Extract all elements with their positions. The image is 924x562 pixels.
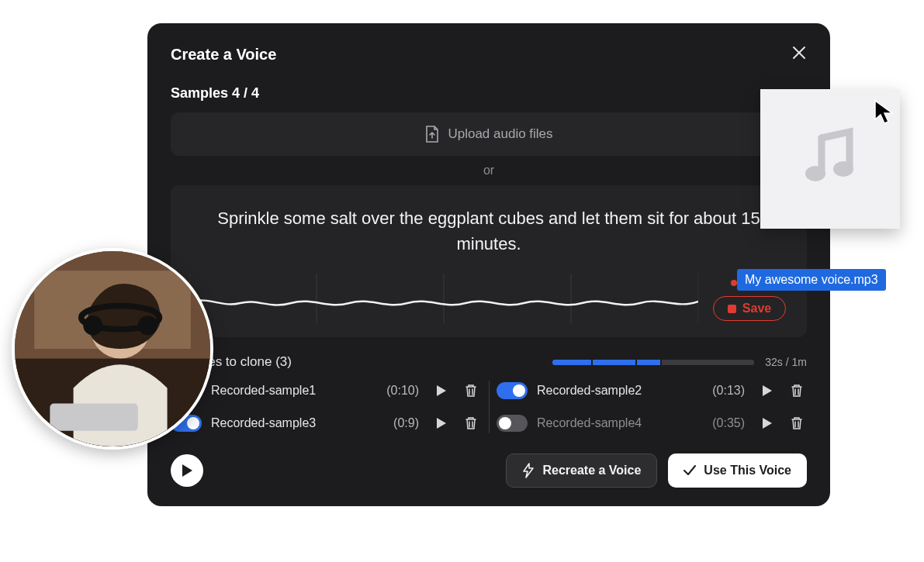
preview-play-button[interactable] <box>171 454 203 487</box>
sample-item: Recorded-sample3 (0:9) <box>171 410 481 436</box>
sample-toggle[interactable] <box>497 382 528 399</box>
or-divider: or <box>171 164 807 178</box>
music-note-icon <box>795 124 865 194</box>
svg-point-15 <box>805 166 825 181</box>
recreate-label: Recreate a Voice <box>542 464 641 478</box>
create-voice-modal: Create a Voice Samples 4 / 4 Upload audi… <box>147 23 830 506</box>
sample-item: Recorded-sample4 (0:35) <box>497 410 807 436</box>
sample-delete-button[interactable] <box>461 381 481 401</box>
trash-icon <box>791 416 803 430</box>
sample-delete-button[interactable] <box>787 413 807 433</box>
modal-header: Create a Voice <box>171 45 807 64</box>
sample-delete-button[interactable] <box>461 413 481 433</box>
sample-duration: (0:35) <box>712 416 745 430</box>
sample-play-button[interactable] <box>431 381 452 401</box>
sample-name: Recorded-sample3 <box>211 416 384 430</box>
use-label: Use This Voice <box>704 464 791 478</box>
modal-footer: Recreate a Voice Use This Voice <box>171 453 807 488</box>
save-label: Save <box>742 302 771 315</box>
trash-icon <box>465 416 477 430</box>
sample-item: Recorded-sample1 (0:10) <box>171 378 481 404</box>
sample-play-button[interactable] <box>757 413 777 433</box>
upload-dropzone[interactable]: Upload audio files <box>171 112 807 156</box>
sample-play-button[interactable] <box>431 413 452 433</box>
play-icon <box>762 384 773 397</box>
play-icon <box>436 384 447 397</box>
check-icon <box>683 465 696 476</box>
total-duration-progress: 32s / 1m <box>552 356 807 368</box>
waveform-row: 0:05 Save <box>189 274 788 323</box>
dragged-file-name: My awesome voice.mp3 <box>737 269 886 291</box>
sample-name: Recorded-sample2 <box>537 384 703 398</box>
sample-name: Recorded-sample1 <box>211 384 377 398</box>
sample-item: Recorded-sample2 (0:13) <box>497 378 807 404</box>
progress-bar <box>552 360 754 365</box>
close-icon <box>791 45 807 60</box>
save-recording-button[interactable]: Save <box>713 296 786 321</box>
recording-panel: Sprinkle some salt over the eggplant cub… <box>171 185 807 337</box>
samples-count-label: Samples 4 / 4 <box>171 85 807 102</box>
sample-grid: Recorded-sample1 (0:10) Recorded-sample2… <box>171 378 807 436</box>
sample-toggle[interactable] <box>497 415 528 432</box>
recreate-voice-button[interactable]: Recreate a Voice <box>506 453 657 488</box>
svg-point-16 <box>833 161 853 177</box>
prompt-sentence: Sprinkle some salt over the eggplant cub… <box>189 205 788 257</box>
trash-icon <box>465 384 477 398</box>
sample-name: Recorded-sample4 <box>537 416 703 430</box>
sample-delete-button[interactable] <box>787 381 807 401</box>
waveform <box>189 274 698 323</box>
use-voice-button[interactable]: Use This Voice <box>668 453 807 488</box>
sample-duration: (0:10) <box>386 384 419 398</box>
play-icon <box>181 464 193 478</box>
stop-icon <box>728 305 736 313</box>
user-avatar <box>12 248 213 450</box>
samples-to-clone-header: Samples to clone (3) 32s / 1m <box>171 354 807 370</box>
play-icon <box>436 417 447 429</box>
upload-file-icon <box>424 125 440 143</box>
cursor-icon <box>873 99 896 122</box>
sample-play-button[interactable] <box>757 381 777 401</box>
close-button[interactable] <box>791 45 807 64</box>
lightning-icon <box>522 463 535 478</box>
upload-label: Upload audio files <box>448 126 552 142</box>
svg-point-13 <box>138 315 157 335</box>
sample-duration: (0:13) <box>712 384 745 398</box>
svg-rect-14 <box>50 404 137 431</box>
sample-duration: (0:9) <box>393 416 419 430</box>
progress-text: 32s / 1m <box>765 356 807 368</box>
svg-point-12 <box>83 315 102 335</box>
trash-icon <box>791 384 803 398</box>
play-icon <box>762 417 773 429</box>
modal-title: Create a Voice <box>171 46 276 64</box>
